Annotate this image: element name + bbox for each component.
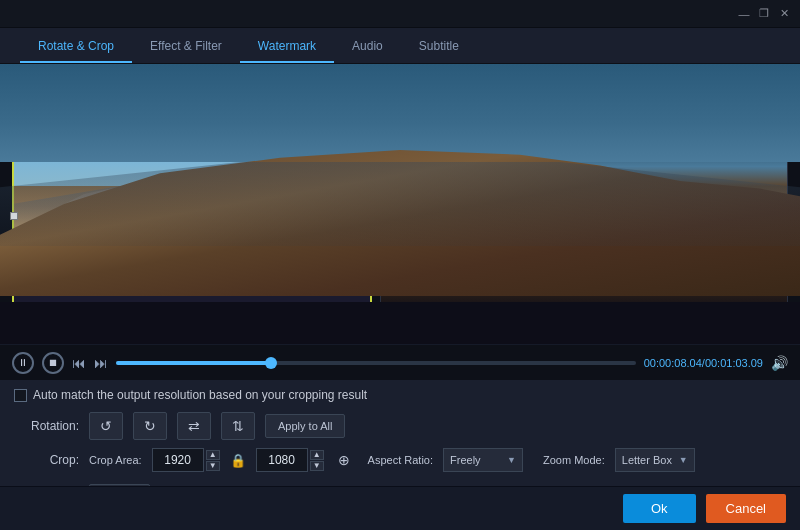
crop-width-up[interactable]: ▲: [206, 450, 220, 460]
tab-rotate-crop[interactable]: Rotate & Crop: [20, 31, 132, 63]
auto-match-label: Auto match the output resolution based o…: [33, 388, 367, 402]
crop-label: Crop:: [14, 453, 79, 467]
crop-row: Crop: Crop Area: ▲ ▼ 🔒 ▲ ▼ ⊕ Aspect Rati…: [14, 448, 786, 472]
crop-height-spinners: ▲ ▼: [310, 450, 324, 471]
apply-to-all-button[interactable]: Apply to All: [265, 414, 345, 438]
crop-area-label: Crop Area:: [89, 454, 142, 466]
rotate-cw-button[interactable]: ↻: [133, 412, 167, 440]
crop-height-input[interactable]: [256, 448, 308, 472]
time-display: 00:00:08.04/00:01:03.09: [644, 357, 763, 369]
progress-handle[interactable]: [265, 357, 277, 369]
close-button[interactable]: ✕: [776, 6, 792, 22]
aspect-ratio-dropdown[interactable]: Freely ▼: [443, 448, 523, 472]
bottom-bar: Ok Cancel: [0, 486, 800, 530]
tab-watermark[interactable]: Watermark: [240, 31, 334, 63]
aspect-ratio-label: Aspect Ratio:: [368, 454, 433, 466]
crop-width-down[interactable]: ▼: [206, 461, 220, 471]
preview-videos: [0, 102, 800, 322]
crop-height-up[interactable]: ▲: [310, 450, 324, 460]
video-frame-right: [380, 116, 788, 316]
flip-vertical-button[interactable]: ⇅: [221, 412, 255, 440]
auto-match-checkbox[interactable]: [14, 389, 27, 402]
crop-width-group: ▲ ▼: [152, 448, 220, 472]
crop-height-group: ▲ ▼: [256, 448, 324, 472]
volume-icon[interactable]: 🔊: [771, 355, 788, 371]
zoom-mode-label: Zoom Mode:: [543, 454, 605, 466]
title-bar: — ❐ ✕: [0, 0, 800, 28]
flip-h-icon: ⇄: [188, 418, 200, 434]
next-frame-button[interactable]: ⏭: [94, 355, 108, 371]
prev-frame-button[interactable]: ⏮: [72, 355, 86, 371]
zoom-mode-value: Letter Box: [622, 454, 672, 466]
playback-bar: ⏸ ⏹ ⏮ ⏭ 00:00:08.04/00:01:03.09 🔊: [0, 344, 800, 380]
auto-match-row: Auto match the output resolution based o…: [14, 388, 786, 402]
minimize-button[interactable]: —: [736, 6, 752, 22]
rotate-cw-icon: ↻: [144, 418, 156, 434]
restore-button[interactable]: ❐: [756, 6, 772, 22]
flip-v-icon: ⇅: [232, 418, 244, 434]
pause-icon: ⏸: [18, 357, 28, 368]
rotation-row: Rotation: ↺ ↻ ⇄ ⇅ Apply to All: [14, 412, 786, 440]
lock-icon[interactable]: 🔒: [230, 453, 246, 468]
tab-subtitle[interactable]: Subtitle: [401, 31, 477, 63]
crop-width-spinners: ▲ ▼: [206, 450, 220, 471]
tabs-bar: Rotate & Crop Effect & Filter Watermark …: [0, 28, 800, 64]
crop-height-down[interactable]: ▼: [310, 461, 324, 471]
rotate-ccw-button[interactable]: ↺: [89, 412, 123, 440]
tab-audio[interactable]: Audio: [334, 31, 401, 63]
zoom-mode-dropdown[interactable]: Letter Box ▼: [615, 448, 695, 472]
stop-icon: ⏹: [48, 357, 58, 368]
progress-bar[interactable]: [116, 361, 636, 365]
rotation-label: Rotation:: [14, 419, 79, 433]
flip-horizontal-button[interactable]: ⇄: [177, 412, 211, 440]
stop-button[interactable]: ⏹: [42, 352, 64, 374]
center-icon[interactable]: ⊕: [338, 452, 350, 468]
pause-button[interactable]: ⏸: [12, 352, 34, 374]
aspect-ratio-value: Freely: [450, 454, 481, 466]
zoom-mode-arrow: ▼: [679, 455, 688, 465]
crop-width-input[interactable]: [152, 448, 204, 472]
ok-button[interactable]: Ok: [623, 494, 696, 523]
output-video: [381, 117, 787, 315]
tab-effect-filter[interactable]: Effect & Filter: [132, 31, 240, 63]
preview-area: Original: 1920x1080 👁 DaVinci_Resolve_Pr…: [0, 64, 800, 344]
progress-fill: [116, 361, 272, 365]
rotate-ccw-icon: ↺: [100, 418, 112, 434]
cancel-button[interactable]: Cancel: [706, 494, 786, 523]
aspect-ratio-arrow: ▼: [507, 455, 516, 465]
